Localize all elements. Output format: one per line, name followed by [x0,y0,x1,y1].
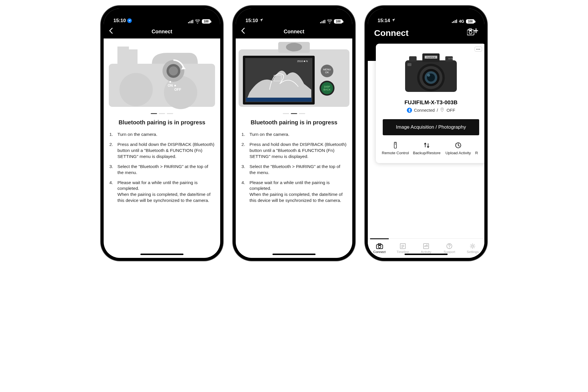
home-indicator[interactable] [272,254,316,255]
step-1: 1.Turn on the camera. [109,132,214,138]
remote-control-icon [381,142,410,149]
location-services-icon [259,18,263,24]
svg-rect-47 [394,143,396,148]
device-notch [143,13,181,23]
svg-text:BACK: BACK [324,88,331,91]
func-label: Remote Control [381,151,410,155]
phone-3: 15:14 4G 100 Connect [365,6,487,261]
location-services-icon [127,18,132,23]
status-time: 15:14 [378,18,390,24]
home-indicator[interactable] [405,254,448,255]
svg-rect-37 [409,56,417,61]
pairing-title: Bluetooth pairing is in progress [104,119,220,132]
activity-icon [423,243,429,249]
step-4: 4.Please wait for a while until the pair… [109,180,214,204]
bluetooth-icon [407,108,412,113]
connection-status: Connected / OFF [381,107,481,113]
back-button[interactable] [241,28,245,36]
svg-point-56 [449,248,450,248]
image-acquisition-button[interactable]: Image Acquisition / Photography [383,119,479,135]
step-3: 3.Select the "Bluetooth > PAIRING" at th… [241,164,347,176]
camera-card[interactable]: ••• FUJIFILM [376,44,484,163]
step-1: 1.Turn on the camera. [241,132,347,138]
func-remote-control[interactable]: Remote Control [381,142,410,155]
location-status: OFF [446,108,455,113]
camera-icon [376,243,383,249]
timeline-icon [400,243,406,249]
svg-rect-2 [117,47,129,51]
svg-point-48 [395,144,396,145]
svg-text:2516 ■ N: 2516 ■ N [297,60,308,63]
phone-1: 15:10 100 Connect [101,6,223,261]
camera-illustration-top: ON OFF [104,38,220,110]
pairing-steps: 1.Turn on the camera. 2.Press and hold d… [104,132,220,208]
tab-label: Activity [421,250,431,254]
phone-2: 15:10 100 Connect [233,6,355,261]
svg-point-52 [378,246,381,248]
svg-rect-1 [117,49,138,65]
device-notch [275,13,313,23]
svg-point-57 [472,245,474,247]
camera-image: FUJIFILM X-T3 [381,50,481,96]
camera-name: FUJIFILM-X-T3-003B [381,99,481,106]
settings-icon [469,243,476,249]
svg-rect-21 [246,98,312,102]
nav-header: Connect [236,25,352,38]
svg-rect-51 [378,244,381,245]
battery-icon: 100 [202,19,210,24]
card-options-button[interactable]: ••• [475,47,482,52]
svg-text:OK: OK [325,71,329,74]
step-2: 2.Press and hold down the DISP/BACK (Blu… [241,142,347,160]
back-button[interactable] [109,28,113,36]
svg-text:X-T3: X-T3 [448,58,453,60]
add-camera-button[interactable] [467,28,478,36]
func-cut[interactable]: R [475,142,481,155]
device-notch [407,13,445,23]
func-upload-activity[interactable]: Upload Activity [444,142,473,155]
upload-activity-icon [444,142,473,149]
step-4: 4.Please wait for a while until the pair… [241,180,347,204]
backup-restore-icon [412,142,441,149]
func-label: Backup/Restore [412,151,441,155]
support-icon [446,243,452,249]
network-label: 4G [459,19,464,24]
wifi-icon [195,20,200,24]
camera-illustration-back: 2516 ■ N MENU OK DISP BACK [236,38,352,110]
svg-point-31 [469,31,472,34]
cellular-signal-icon [188,20,193,23]
svg-text:OFF: OFF [174,88,181,92]
location-services-icon [391,18,395,24]
wifi-icon [327,20,332,24]
battery-icon: 100 [466,19,475,24]
svg-point-7 [169,66,178,76]
function-row: Remote Control Backup/Restore [381,142,481,155]
svg-point-15 [286,43,302,51]
tab-settings[interactable]: Settings [461,239,484,258]
cellular-signal-icon [320,20,325,23]
connected-label: Connected [414,108,435,113]
cellular-signal-icon [452,20,457,23]
func-backup-restore[interactable]: Backup/Restore [412,142,441,155]
svg-point-3 [119,73,153,106]
pairing-title: Bluetooth pairing is in progress [236,119,352,132]
connect-content: ••• FUJIFILM [368,61,484,238]
separator: / [437,108,438,113]
home-indicator[interactable] [140,254,183,255]
func-label: Upload Activity [444,151,473,155]
svg-point-46 [442,109,443,110]
tab-label: Connect [373,250,386,254]
tab-label: Support [444,250,455,254]
svg-text:DISP: DISP [324,85,330,88]
carousel-dots[interactable] [104,110,220,119]
tab-label: Timeline [396,250,409,254]
tab-connect[interactable]: Connect [368,239,391,258]
tab-label: Settings [467,250,479,254]
func-label: R [475,151,481,155]
svg-point-11 [169,81,171,83]
battery-icon: 100 [334,19,343,24]
step-2: 2.Press and hold down the DISP/BACK (Blu… [109,142,214,160]
nav-header: Connect [104,25,220,38]
svg-text:FUJIFILM: FUJIFILM [427,56,436,58]
svg-rect-44 [407,63,411,66]
carousel-dots[interactable] [236,110,352,119]
